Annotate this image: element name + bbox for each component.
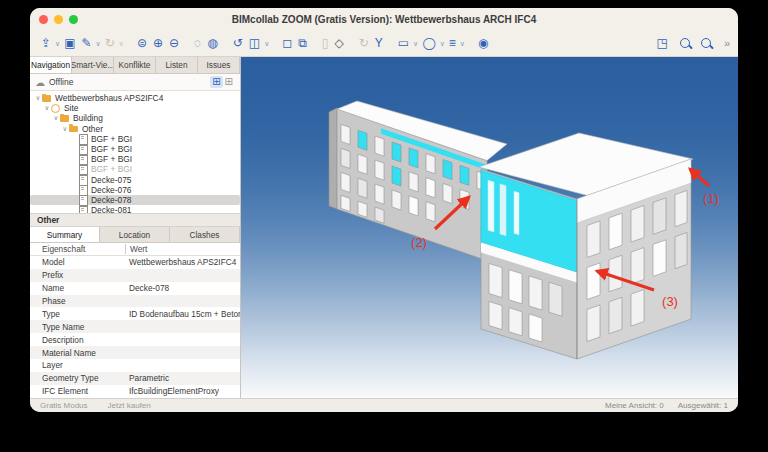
tree-item-site[interactable]: ∨Site: [30, 103, 240, 113]
clip-box-icon[interactable]: ⧉: [295, 35, 310, 51]
viewport-3d[interactable]: (1) (2) (3): [241, 57, 738, 398]
tree-item-label: Decke-076: [91, 185, 132, 195]
property-name: Material Name: [30, 348, 125, 358]
zoom-selection-icon[interactable]: [701, 38, 711, 48]
hide-icon[interactable]: ⊜: [134, 35, 150, 51]
property-name: Eigenschaft: [30, 244, 125, 254]
tab-smart-views[interactable]: Smart-Vie...: [72, 57, 114, 73]
expand-chevron-icon[interactable]: ∨: [43, 104, 51, 112]
select-component-icon[interactable]: ◍: [204, 35, 220, 51]
tree-item-decke-081[interactable]: Decke-081: [30, 205, 240, 213]
property-name: Phase: [30, 296, 125, 306]
property-value: Wettbewerbshaus APS2IFC4: [125, 257, 240, 267]
tree-view-icon[interactable]: ⊞: [210, 76, 222, 88]
link-selection-dropdown-icon[interactable]: ∨: [95, 38, 102, 49]
gravity-icon[interactable]: ◇: [331, 35, 346, 51]
property-row-ifc-element: IFC ElementIfcBuildingElementProxy: [30, 385, 240, 398]
property-row-geometry-type: Geometry TypeParametric: [30, 372, 240, 385]
ellipse-markup-dropdown-icon[interactable]: ∨: [439, 38, 446, 49]
page-icon: [78, 206, 88, 213]
property-name: Name: [30, 283, 125, 293]
property-row-type: TypeID Bodenaufbau 15cm + Beton, Stah...: [30, 307, 240, 320]
subtab-location[interactable]: Location: [100, 227, 170, 242]
maximize-button[interactable]: [69, 15, 78, 24]
sync-dropdown-icon: ∨: [118, 38, 125, 49]
tree-item-bgf-bgi[interactable]: BGF + BGI: [30, 154, 240, 164]
tab-navigation[interactable]: Navigation: [30, 57, 72, 73]
rectangle-markup-dropdown-icon[interactable]: ∨: [412, 38, 419, 49]
property-name: Description: [30, 335, 125, 345]
property-value: IfcBuildingElementProxy: [125, 386, 240, 396]
tree-item-building[interactable]: ∨Building: [30, 113, 240, 123]
app-window: BIMcollab ZOOM (Gratis Version): Wettbew…: [30, 8, 738, 412]
page-icon: [78, 165, 88, 173]
subtab-summary[interactable]: Summary: [30, 227, 100, 242]
expand-chevron-icon[interactable]: ∨: [61, 125, 69, 133]
tree-item-label: Decke-075: [91, 175, 132, 185]
toolbar-overflow-icon[interactable]: »: [724, 37, 730, 49]
tree-item-wettbewerbshaus-aps2ifc4[interactable]: ∨Wettbewerbshaus APS2IFC4: [30, 93, 240, 103]
tree-item-label: Decke-078: [91, 195, 132, 205]
property-row-type-name: Type Name: [30, 320, 240, 333]
connection-row: ☁ Offline ⊞ ⊞: [30, 74, 240, 91]
zoom-window-icon[interactable]: [680, 38, 690, 48]
tree-item-decke-076[interactable]: Decke-076: [30, 185, 240, 195]
standard-views-icon[interactable]: ◫: [246, 35, 263, 51]
annotation-label-2: (2): [411, 235, 427, 250]
lines-markup-icon[interactable]: ≡: [446, 35, 459, 51]
tree-item-decke-075[interactable]: Decke-075: [30, 175, 240, 185]
sync-icon: ↻: [102, 35, 118, 51]
folder-icon: [42, 94, 52, 102]
tree-item-bgf-bgi[interactable]: BGF + BGI: [30, 144, 240, 154]
window-title: BIMcollab ZOOM (Gratis Version): Wettbew…: [30, 14, 738, 25]
property-row-layer: Layer: [30, 359, 240, 372]
turntable-icon: ↻: [356, 35, 372, 51]
clip-plane-icon[interactable]: ◻: [279, 35, 295, 51]
flat-view-icon[interactable]: ⊞: [223, 76, 235, 88]
measure-icon[interactable]: Y: [372, 35, 386, 51]
property-row-description: Description: [30, 333, 240, 346]
save-icon[interactable]: ▣: [61, 35, 78, 51]
folder-icon: [60, 114, 70, 122]
tree-item-decke-078[interactable]: Decke-078: [30, 195, 240, 205]
fit-view-icon[interactable]: ◳: [654, 35, 671, 51]
sphere-view-icon[interactable]: ◉: [475, 35, 491, 51]
tab-issues[interactable]: Issues: [198, 57, 240, 73]
expand-chevron-icon[interactable]: ∨: [34, 94, 42, 102]
ellipse-markup-icon[interactable]: ◯: [419, 35, 438, 51]
lines-markup-dropdown-icon[interactable]: ∨: [459, 38, 466, 49]
property-name: Geometry Type: [30, 373, 125, 383]
jetzt-kaufen-link[interactable]: Jetzt kaufen: [108, 401, 151, 410]
property-value: ID Bodenaufbau 15cm + Beton, Stah...: [125, 309, 240, 319]
rectangle-markup-icon[interactable]: ▭: [395, 35, 412, 51]
show-plus-icon[interactable]: ⊕: [150, 35, 166, 51]
select-mode-icon[interactable]: ◌: [191, 35, 204, 51]
status-bar: Gratis ModusJetzt kaufen Meine Ansicht: …: [30, 398, 738, 412]
tab-konflikte[interactable]: Konflikte: [114, 57, 156, 73]
tree-item-label: BGF + BGI: [91, 144, 132, 154]
tree-item-bgf-bgi[interactable]: BGF + BGI: [30, 164, 240, 174]
property-row-material-name: Material Name: [30, 346, 240, 359]
standard-views-dropdown-icon[interactable]: ∨: [263, 38, 270, 49]
annotation-label-1: (1): [703, 191, 719, 206]
property-row-prefix: Prefix: [30, 269, 240, 282]
section-header: Other: [30, 213, 240, 227]
open-model-dropdown-icon[interactable]: ∨: [54, 38, 61, 49]
tree-item-other[interactable]: ∨Other: [30, 124, 240, 134]
tab-listen[interactable]: Listen: [156, 57, 198, 73]
property-name: Layer: [30, 360, 125, 370]
tree-item-label: BGF + BGI: [91, 134, 132, 144]
tree-item-bgf-bgi[interactable]: BGF + BGI: [30, 134, 240, 144]
link-selection-icon[interactable]: ✎: [79, 35, 95, 51]
connection-status: Offline: [49, 77, 210, 87]
hide-minus-icon[interactable]: ⊖: [166, 35, 182, 51]
property-name: IFC Element: [30, 386, 125, 396]
property-row-model: ModelWettbewerbshaus APS2IFC4: [30, 256, 240, 269]
reset-view-icon[interactable]: ↺: [230, 35, 246, 51]
open-model-icon[interactable]: ⇪: [38, 35, 54, 51]
expand-chevron-icon[interactable]: ∨: [52, 114, 60, 122]
tree-item-label: BGF + BGI: [91, 164, 132, 174]
subtab-clashes[interactable]: Clashes: [170, 227, 240, 242]
minimize-button[interactable]: [54, 15, 63, 24]
close-button[interactable]: [39, 15, 48, 24]
